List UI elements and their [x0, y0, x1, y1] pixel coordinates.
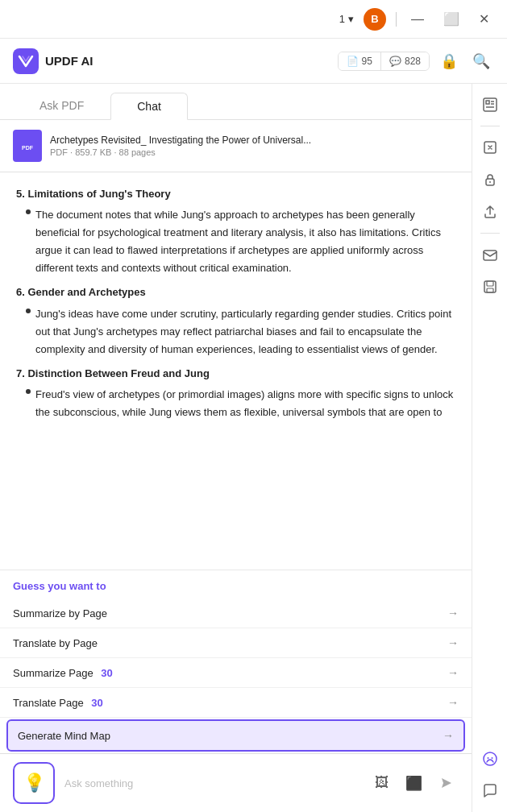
user-avatar[interactable]: B [364, 8, 386, 31]
bullet-dot [26, 309, 31, 313]
updf-logo-icon [13, 48, 39, 74]
suggestion-translate-by-page[interactable]: Translate by Page → [0, 628, 472, 658]
pdf-meta: PDF · 859.7 KB · 88 pages [50, 147, 311, 157]
sidebar-mail-icon[interactable] [476, 240, 505, 269]
suggestions-panel: Guess you want to Summarize by Page → Tr… [0, 570, 472, 753]
sidebar-ai-icon[interactable] [476, 744, 505, 773]
pdf-badge-icon: 📄 [347, 56, 359, 67]
badge-group: 📄 95 💬 828 [338, 52, 430, 71]
arrow-icon: → [443, 729, 454, 742]
section-6-bullet-1: Jung's ideas have come under scrutiny, p… [26, 305, 455, 358]
ask-input[interactable]: Ask something [61, 777, 362, 789]
badge-pdf-count: 📄 95 [339, 52, 381, 70]
app-header: UPDF AI 📄 95 💬 828 🔒 🔍 [0, 39, 507, 84]
svg-rect-9 [484, 251, 497, 260]
section-7-title: 7. Distinction Between Freud and Jung [16, 365, 455, 383]
suggestion-label: Summarize Page 30 [13, 667, 113, 679]
arrow-icon: → [447, 696, 459, 709]
suggestion-label: Generate Mind Map [18, 730, 110, 742]
separator [396, 12, 397, 27]
maximize-button[interactable]: ⬜ [438, 10, 464, 28]
suggestions-title: Guess you want to [0, 570, 472, 599]
app-name-label: UPDF AI [45, 54, 93, 68]
section-6-title: 6. Gender and Archetypes [16, 284, 455, 301]
image-upload-button[interactable]: 🖼 [368, 770, 394, 796]
sidebar-scan-icon[interactable] [476, 133, 505, 162]
suggestion-generate-mind-map[interactable]: Generate Mind Map → [6, 719, 465, 752]
pdf-count-label: 95 [362, 56, 372, 67]
tab-bar: Ask PDF Chat [0, 84, 472, 120]
content-section-6: 6. Gender and Archetypes Jung's ideas ha… [16, 284, 455, 358]
magic-icon: 💡 [23, 773, 45, 793]
suggestion-label: Translate by Page [13, 637, 98, 649]
section-5-title: 5. Limitations of Jung's Theory [16, 185, 455, 203]
suggestion-label: Summarize by Page [13, 607, 107, 619]
chat-count-label: 828 [405, 56, 421, 67]
bullet-dot [26, 389, 31, 394]
send-button[interactable] [433, 770, 459, 796]
content-section-5: 5. Limitations of Jung's Theory The docu… [16, 185, 455, 277]
send-icon [438, 776, 453, 790]
suggestion-translate-page[interactable]: Translate Page 30 → [0, 688, 472, 718]
tab-chat[interactable]: Chat [110, 93, 188, 120]
app-logo: UPDF AI [13, 48, 93, 74]
arrow-icon: → [447, 607, 459, 619]
sidebar-chat-icon[interactable] [476, 777, 505, 806]
pdf-info-bar: PDF Archetypes Revisited_ Investigating … [0, 120, 472, 172]
pdf-file-icon: PDF [13, 130, 42, 162]
svg-point-15 [491, 757, 492, 759]
suggestion-summarize-page[interactable]: Summarize Page 30 → [0, 658, 472, 688]
bottom-bar: 💡 Ask something 🖼 ⬛ [0, 753, 472, 812]
minimize-button[interactable]: — [406, 10, 429, 28]
window-number-label: 1 [339, 13, 345, 25]
svg-point-8 [489, 181, 491, 183]
svg-rect-11 [487, 281, 493, 286]
tab-ask-pdf[interactable]: Ask PDF [13, 92, 110, 119]
section-5-bullet-1: The document notes that while Jung's app… [26, 206, 455, 277]
bullet-dot [26, 209, 31, 214]
window-number[interactable]: 1 ▾ [339, 13, 354, 25]
sidebar-lock-icon[interactable] [476, 165, 505, 194]
chat-badge-icon: 💬 [389, 56, 401, 67]
pdf-title: Archetypes Revisited_ Investigating the … [50, 135, 311, 146]
sidebar-ocr-icon[interactable] [476, 90, 505, 119]
chevron-down-icon[interactable]: ▾ [348, 13, 354, 25]
title-bar: 1 ▾ B — ⬜ ✕ [0, 0, 507, 39]
svg-rect-2 [486, 101, 489, 104]
lock-icon-button[interactable]: 🔒 [436, 48, 462, 74]
sidebar-divider-1 [480, 126, 500, 126]
pdf-info-text: Archetypes Revisited_ Investigating the … [50, 135, 311, 157]
badge-chat-count: 💬 828 [381, 52, 429, 70]
expand-button[interactable]: ⬛ [401, 770, 426, 796]
arrow-icon: → [447, 636, 459, 649]
close-button[interactable]: ✕ [474, 10, 494, 28]
magic-button[interactable]: 💡 [13, 762, 55, 804]
svg-point-14 [487, 757, 488, 759]
suggestion-summarize-by-page[interactable]: Summarize by Page → [0, 599, 472, 628]
arrow-icon: → [447, 666, 459, 679]
header-right: 📄 95 💬 828 🔒 🔍 [338, 48, 494, 74]
sidebar-divider-2 [480, 233, 500, 234]
suggestion-label: Translate Page 30 [13, 697, 103, 709]
svg-rect-10 [484, 281, 496, 292]
sidebar-save-icon[interactable] [476, 272, 505, 301]
svg-point-13 [484, 752, 497, 765]
right-sidebar [472, 84, 507, 812]
section-7-bullet-1: Freud's view of archetypes (or primordia… [26, 386, 455, 421]
search-icon-button[interactable]: 🔍 [468, 48, 494, 74]
sidebar-share-icon[interactable] [476, 197, 505, 226]
content-section-7: 7. Distinction Between Freud and Jung Fr… [16, 365, 455, 421]
main-content: Ask PDF Chat PDF Archetypes Revisited_ I… [0, 84, 472, 812]
content-area: 5. Limitations of Jung's Theory The docu… [0, 172, 472, 570]
